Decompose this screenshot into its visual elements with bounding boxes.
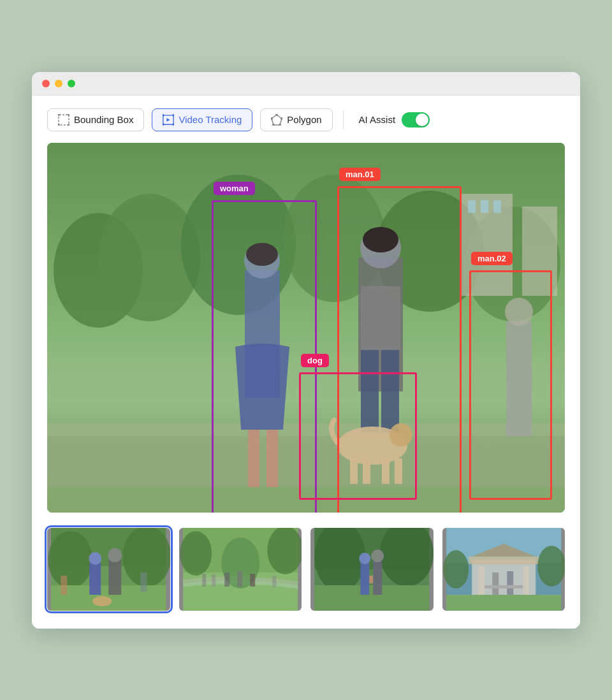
thumbnail-1[interactable] [47, 528, 170, 611]
bounding-box-icon [58, 114, 69, 126]
thumbnail-3[interactable] [310, 528, 433, 611]
svg-point-14 [272, 124, 275, 126]
polygon-tool-button[interactable]: Polygon [260, 108, 332, 131]
svg-rect-80 [373, 561, 382, 595]
bounding-box-label: Bounding Box [74, 114, 133, 125]
svg-rect-88 [478, 566, 484, 598]
svg-point-2 [68, 114, 69, 116]
ai-assist-label: AI Assist [359, 114, 396, 125]
svg-rect-96 [504, 585, 523, 588]
annotation-label-man02: man.02 [471, 252, 513, 265]
svg-point-56 [89, 552, 101, 565]
svg-rect-27 [493, 200, 501, 213]
svg-rect-89 [523, 566, 529, 598]
video-tracking-icon [163, 114, 174, 126]
svg-rect-71 [202, 574, 206, 587]
svg-point-91 [443, 550, 469, 588]
photo-strip [47, 525, 565, 613]
svg-rect-78 [360, 563, 369, 595]
polygon-icon [271, 114, 282, 126]
main-image-area: woman man.01 man.02 dog [47, 143, 565, 513]
svg-point-92 [537, 546, 565, 587]
svg-rect-57 [108, 560, 121, 595]
svg-point-1 [58, 114, 60, 116]
annotation-label-man01: man.01 [339, 168, 381, 181]
annotation-label-woman: woman [214, 182, 255, 195]
svg-point-64 [180, 531, 212, 576]
svg-rect-94 [507, 571, 513, 595]
svg-rect-90 [446, 595, 561, 611]
annotation-label-dog: dog [301, 354, 329, 367]
annotation-box-man02[interactable]: man.02 [469, 270, 552, 500]
close-button[interactable] [42, 80, 50, 87]
svg-rect-67 [224, 572, 229, 587]
svg-rect-0 [59, 115, 69, 125]
outer-background: Bounding Box Video Track [0, 0, 612, 700]
annotation-box-dog[interactable]: dog [299, 372, 417, 500]
svg-rect-25 [468, 200, 476, 213]
svg-point-79 [359, 553, 370, 564]
browser-window: Bounding Box Video Track [32, 72, 580, 629]
svg-point-3 [58, 124, 60, 126]
svg-point-8 [163, 123, 164, 126]
thumbnail-4[interactable] [442, 528, 565, 611]
svg-rect-70 [272, 576, 276, 587]
maximize-button[interactable] [68, 80, 75, 87]
svg-rect-82 [369, 576, 373, 583]
toolbar: Bounding Box Video Track [47, 108, 565, 131]
svg-rect-72 [212, 574, 215, 587]
svg-point-4 [68, 124, 69, 126]
svg-rect-60 [61, 576, 67, 595]
bounding-box-tool-button[interactable]: Bounding Box [47, 108, 144, 131]
svg-point-7 [173, 114, 175, 117]
svg-rect-86 [469, 557, 539, 564]
browser-titlebar [32, 72, 580, 96]
svg-point-9 [173, 123, 175, 126]
svg-rect-68 [237, 571, 242, 587]
polygon-label: Polygon [287, 114, 321, 125]
svg-rect-77 [314, 585, 429, 611]
thumbnail-2[interactable] [179, 528, 302, 611]
svg-point-6 [163, 114, 164, 117]
video-tracking-tool-button[interactable]: Video Tracking [152, 108, 252, 131]
svg-rect-95 [484, 585, 504, 588]
ai-assist-toggle[interactable] [402, 112, 430, 128]
ai-assist-group: AI Assist [359, 112, 430, 128]
svg-rect-26 [481, 200, 488, 213]
svg-point-59 [92, 596, 112, 606]
svg-point-81 [371, 550, 384, 562]
svg-point-52 [48, 531, 92, 588]
svg-rect-93 [492, 572, 499, 595]
svg-marker-10 [272, 115, 282, 125]
minimize-button[interactable] [55, 80, 62, 87]
svg-point-58 [108, 548, 122, 562]
svg-rect-69 [250, 574, 255, 587]
video-tracking-label: Video Tracking [178, 114, 242, 125]
browser-content: Bounding Box Video Track [32, 96, 580, 629]
toolbar-separator [343, 111, 344, 129]
svg-rect-55 [89, 563, 101, 595]
svg-rect-61 [140, 572, 147, 592]
svg-point-13 [279, 124, 281, 126]
